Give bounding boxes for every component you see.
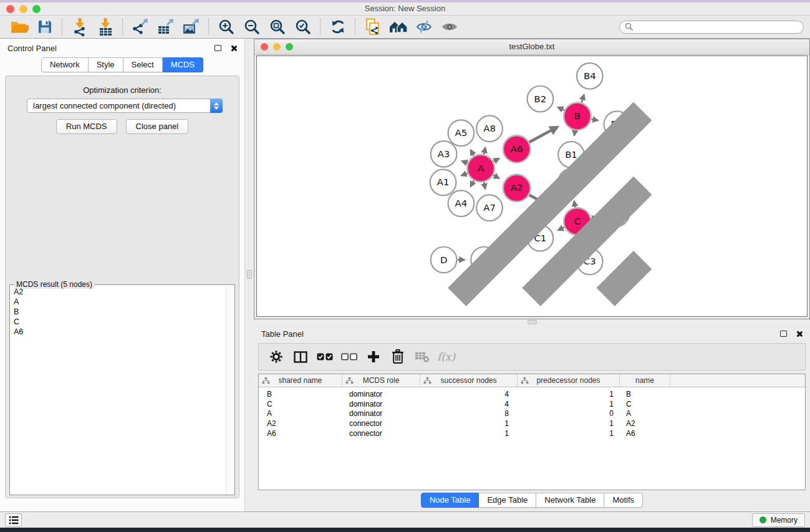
- column-header-name[interactable]: name: [620, 374, 670, 387]
- search-input[interactable]: [637, 22, 798, 31]
- result-item-b[interactable]: B: [12, 307, 224, 317]
- tab-mcds[interactable]: MCDS: [163, 57, 203, 72]
- tab-network[interactable]: Network: [41, 57, 89, 72]
- table-cell[interactable]: 1: [420, 429, 518, 438]
- zoom-out-button[interactable]: [239, 17, 264, 37]
- table-cell[interactable]: A: [620, 409, 670, 418]
- table-cell[interactable]: 1: [518, 400, 620, 409]
- table-cell[interactable]: 1: [518, 419, 620, 428]
- table-cell[interactable]: 1: [420, 419, 518, 428]
- minimize-window-button[interactable]: [19, 5, 27, 13]
- birds-eye-view-button[interactable]: [436, 17, 462, 37]
- close-network-button[interactable]: [261, 43, 268, 51]
- new-network-from-file-button[interactable]: [360, 17, 385, 37]
- tab-node-table[interactable]: Node Table: [421, 493, 480, 508]
- table-cell[interactable]: B: [259, 390, 342, 399]
- result-scrollbar[interactable]: [226, 286, 233, 493]
- divider-grip[interactable]: [528, 320, 537, 324]
- delete-column-button[interactable]: [385, 345, 410, 369]
- import-table-button[interactable]: [92, 17, 118, 37]
- close-panel-button[interactable]: [230, 45, 237, 52]
- delete-table-button[interactable]: [410, 345, 434, 369]
- float-panel-button[interactable]: [215, 45, 221, 51]
- table-row-B[interactable]: Bdominator41B: [259, 389, 805, 399]
- function-builder-button[interactable]: f(x): [434, 345, 458, 369]
- result-item-c[interactable]: C: [12, 317, 224, 327]
- table-cell[interactable]: dominator: [342, 390, 420, 399]
- table-cell[interactable]: A6: [620, 429, 670, 438]
- tab-select[interactable]: Select: [123, 57, 163, 72]
- show-panels-button[interactable]: [385, 17, 411, 37]
- apply-layout-button[interactable]: [325, 17, 350, 37]
- zoom-in-button[interactable]: [213, 17, 239, 37]
- table-row-A2[interactable]: A2connector11A2: [259, 418, 805, 428]
- horizontal-split-divider[interactable]: [254, 319, 810, 326]
- table-row-C[interactable]: Cdominator41C: [259, 399, 805, 409]
- table-cell[interactable]: connector: [342, 419, 420, 428]
- table-settings-button[interactable]: [264, 345, 288, 369]
- task-history-button[interactable]: [5, 513, 22, 527]
- table-cell[interactable]: dominator: [342, 400, 420, 409]
- column-header-shared-name[interactable]: shared name: [259, 374, 342, 387]
- table-row-A6[interactable]: A6connector11A6: [259, 428, 805, 438]
- table-cell[interactable]: A2: [620, 419, 670, 428]
- import-network-button[interactable]: [67, 17, 92, 37]
- search-box[interactable]: [619, 21, 804, 34]
- divider-grip[interactable]: [247, 270, 252, 279]
- table-cell[interactable]: A2: [259, 419, 342, 428]
- table-cell[interactable]: 4: [420, 400, 518, 409]
- table-cell[interactable]: C: [620, 400, 670, 409]
- columns-icon: [294, 351, 307, 363]
- network-canvas[interactable]: B4B2BB3A5A8A6B1A3AC2A1A2A4A7C4CC1DD1C3: [256, 56, 808, 317]
- export-network-button[interactable]: [127, 17, 153, 37]
- table-cell[interactable]: 1: [518, 390, 620, 399]
- minimize-network-button[interactable]: [273, 43, 281, 51]
- export-table-button[interactable]: [153, 17, 178, 37]
- zoom-fit-button[interactable]: [264, 17, 290, 37]
- table-cell[interactable]: C: [259, 400, 342, 409]
- table-cell[interactable]: A6: [259, 429, 342, 438]
- result-item-a[interactable]: A: [12, 297, 224, 307]
- memory-button[interactable]: Memory: [752, 513, 805, 527]
- export-image-button[interactable]: [178, 17, 204, 37]
- save-session-button[interactable]: [32, 17, 57, 37]
- control-panel: Control Panel NetworkStyleSelectMCDS Opt…: [0, 39, 244, 511]
- table-cell[interactable]: dominator: [342, 409, 420, 418]
- select-all-button[interactable]: [312, 345, 337, 369]
- criterion-dropdown[interactable]: largest connected component (directed): [27, 99, 223, 113]
- network-window-title: testGlobe.txt: [254, 39, 809, 54]
- zoom-out-icon: [244, 19, 260, 35]
- tab-network-table[interactable]: Network Table: [536, 493, 604, 508]
- close-window-button[interactable]: [6, 5, 14, 13]
- show-columns-button[interactable]: [288, 345, 312, 369]
- table-cell[interactable]: connector: [342, 429, 420, 438]
- resize-grip-icon[interactable]: [256, 56, 806, 316]
- table-cell[interactable]: 4: [420, 390, 518, 399]
- column-header-predecessor-nodes[interactable]: predecessor nodes: [518, 374, 620, 387]
- tab-edge-table[interactable]: Edge Table: [479, 493, 536, 508]
- table-cell[interactable]: B: [620, 390, 670, 399]
- table-cell[interactable]: 1: [518, 429, 620, 438]
- close-panel-button-mcds[interactable]: Close panel: [126, 119, 189, 134]
- deselect-all-button[interactable]: [337, 345, 361, 369]
- table-cell[interactable]: 0: [518, 409, 620, 418]
- result-item-a6[interactable]: A6: [12, 327, 224, 337]
- table-row-A[interactable]: Adominator80A: [259, 409, 805, 419]
- zoom-network-button[interactable]: [286, 43, 293, 51]
- close-table-panel-button[interactable]: [796, 331, 803, 337]
- graphics-details-button[interactable]: [411, 17, 436, 37]
- zoom-selected-button[interactable]: [290, 17, 316, 37]
- column-header-successor-nodes[interactable]: successor nodes: [420, 374, 518, 387]
- result-item-a2[interactable]: A2: [12, 287, 224, 297]
- vertical-split-divider[interactable]: [244, 39, 254, 511]
- table-cell[interactable]: 8: [420, 409, 518, 418]
- tab-style[interactable]: Style: [89, 57, 123, 72]
- open-session-button[interactable]: [6, 17, 32, 37]
- zoom-window-button[interactable]: [32, 5, 41, 13]
- run-mcds-button[interactable]: Run MCDS: [56, 119, 117, 134]
- column-header-MCDS-role[interactable]: MCDS role: [342, 374, 420, 387]
- float-table-panel-button[interactable]: [780, 331, 787, 337]
- table-cell[interactable]: A: [259, 409, 342, 418]
- tab-motifs[interactable]: Motifs: [604, 493, 643, 508]
- create-column-button[interactable]: [361, 345, 385, 369]
